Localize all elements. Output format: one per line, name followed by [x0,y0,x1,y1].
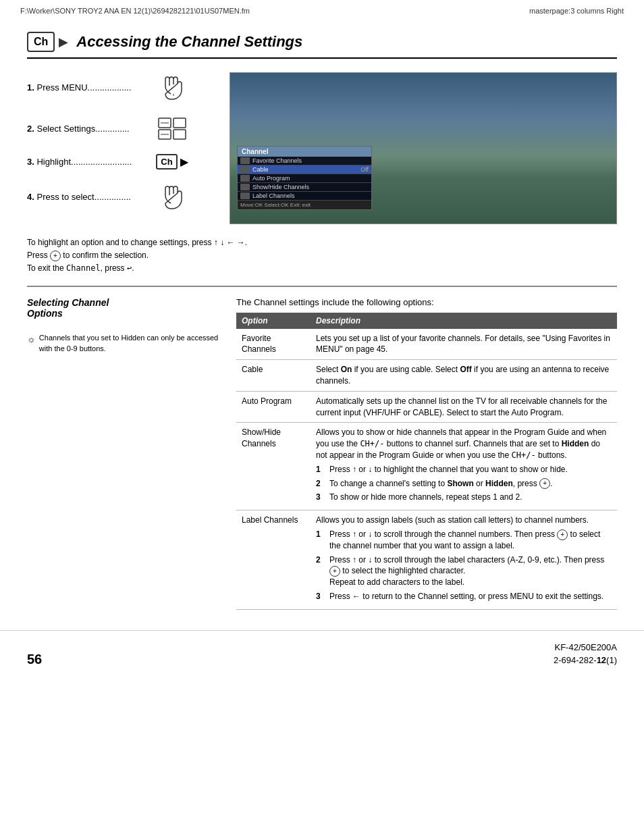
circle-btn-label2: + [329,566,340,577]
step-4-label: 4. Press to select............... [27,192,149,202]
showhide-step-2: 2To change a channel's setting to Shown … [316,478,612,490]
bottom-section: Selecting ChannelOptions ☼ Channels that… [27,297,617,610]
step-3-icon: Ch ▶ [149,154,196,170]
step-3-label: 3. Highlight......................... [27,157,149,167]
note-3: To exit the Channel, press ↩. [27,262,617,275]
label-list: 1Press ↑ or ↓ to scroll through the chan… [316,529,612,602]
step-1-label: 1. Press MENU.................. [27,82,149,93]
step-1-icon [149,72,196,103]
svg-rect-2 [173,118,186,128]
tv-screenshot: Channel Favorite Channels Cable Off Auto… [230,72,617,224]
ch-icon: Ch [27,32,55,52]
desc-cable: Select On if you are using cable. Select… [311,360,617,392]
note-1: To highlight an option and to change set… [27,236,617,249]
header-left: F:\Worker\SONY TROY2 ANA EN 12(1)\269428… [20,7,250,15]
page-number: 56 [27,652,42,667]
table-row-cable: Cable Select On if you are using cable. … [236,360,617,392]
intro-text: The Channel settings include the followi… [236,297,617,307]
main-content: Ch ▶ Accessing the Channel Settings 1. P… [0,18,644,623]
notes-section: To highlight an option and to change set… [27,236,617,276]
step-1: 1. Press MENU.................. [27,72,216,103]
svg-rect-3 [173,130,186,139]
step-4-icon [149,182,196,212]
table-row-showhide: Show/HideChannels Allows you to show or … [236,423,617,511]
menu-item-icon-0 [240,157,250,164]
left-sidebar: Selecting ChannelOptions ☼ Channels that… [27,297,236,610]
label-step-2: 2Press ↑ or ↓ to scroll through the labe… [316,554,612,588]
menu-item-text-0: Favorite Channels [252,157,369,164]
options-table: Option Description FavoriteChannels Lets… [236,313,617,610]
tv-menu-footer: Move:OK Select:OK Exit: exit [238,201,371,209]
page-header: F:\Worker\SONY TROY2 ANA EN 12(1)\269428… [0,0,644,18]
label-step-1: 1Press ↑ or ↓ to scroll through the chan… [316,529,612,552]
ch-small-arrow: ▶ [180,155,188,168]
menu-item-icon-1 [240,166,250,173]
title-arrow: ▶ [59,34,68,49]
table-row-favorite: FavoriteChannels Lets you set up a list … [236,329,617,360]
menu-item-text-2: Auto Program [252,175,369,182]
hand-icon-2 [159,182,186,212]
page-footer: 56 KF-42/50E200A 2-694-282-12(1) [0,630,644,677]
menu-item-value-1: Off [360,166,369,173]
option-showhide: Show/HideChannels [236,423,311,511]
menu-item-icon-4 [240,192,250,199]
title-section: Ch ▶ Accessing the Channel Settings [27,32,617,59]
circle-btn-showhide: + [539,478,550,489]
menu-item-text-3: Show/Hide Channels [252,184,369,190]
note-text: Channels that you set to Hidden can only… [39,332,223,355]
table-row-label: Label Channels Allows you to assign labe… [236,511,617,610]
option-auto-program: Auto Program [236,391,311,423]
settings-icon [155,115,189,142]
desc-favorite: Lets you set up a list of your favorite … [311,329,617,360]
option-favorite: FavoriteChannels [236,329,311,360]
step-4: 4. Press to select............... [27,182,216,212]
model-line1: KF-42/50E200A [554,641,617,654]
step-2-icon [149,115,196,142]
menu-item-text-4: Label Channels [252,192,369,199]
ch-small-icon: Ch [156,154,177,170]
step-2: 2. Select Settings.............. [27,115,216,142]
step-3: 3. Highlight......................... Ch… [27,154,216,170]
main-title: Accessing the Channel Settings [76,33,302,51]
steps-column: 1. Press MENU.................. 2. Selec… [27,72,216,224]
circle-btn-label1: + [557,529,568,540]
section-divider [27,286,617,287]
steps-section: 1. Press MENU.................. 2. Selec… [27,72,617,224]
note-box: ☼ Channels that you set to Hidden can on… [27,332,223,355]
tv-menu-item-1: Cable Off [238,165,371,174]
showhide-list: 1Press ↑ or ↓ to highlight the channel t… [316,464,612,503]
table-row-auto-program: Auto Program Automatically sets up the c… [236,391,617,423]
tv-menu-item-2: Auto Program [238,174,371,183]
showhide-step-1: 1Press ↑ or ↓ to highlight the channel t… [316,464,612,475]
note-2: Press + to confirm the selection. [27,249,617,262]
tv-menu-header: Channel [238,147,371,157]
note-icon: ☼ [27,332,36,355]
col-header-description: Description [311,313,617,329]
col-header-option: Option [236,313,311,329]
tv-menu-item-4: Label Channels [238,192,371,201]
desc-auto-program: Automatically sets up the channel list o… [311,391,617,423]
section-title: Selecting ChannelOptions [27,297,223,319]
tv-menu-overlay: Channel Favorite Channels Cable Off Auto… [237,146,372,210]
step-2-label: 2. Select Settings.............. [27,124,149,134]
tv-menu-item-3: Show/Hide Channels [238,183,371,192]
option-label: Label Channels [236,511,311,610]
option-cable: Cable [236,360,311,392]
hand-icon-1 [159,72,186,103]
model-number: KF-42/50E200A 2-694-282-12(1) [554,641,617,667]
right-content: The Channel settings include the followi… [236,297,617,610]
menu-item-text-1: Cable [252,166,360,173]
tv-menu-footer-text: Move:OK Select:OK Exit: exit [240,202,311,208]
header-right: masterpage:3 columns Right [529,7,624,15]
tv-menu-item-0: Favorite Channels [238,157,371,165]
menu-item-icon-3 [240,184,250,190]
showhide-step-3: 3To show or hide more channels, repeat s… [316,492,612,503]
desc-label: Allows you to assign labels (such as sta… [311,511,617,610]
circle-btn-confirm: + [50,251,61,261]
menu-item-icon-2 [240,175,250,182]
label-step-3: 3Press ← to return to the Channel settin… [316,591,612,602]
desc-showhide: Allows you to show or hide channels that… [311,423,617,511]
model-line2: 2-694-282-12(1) [554,654,617,667]
